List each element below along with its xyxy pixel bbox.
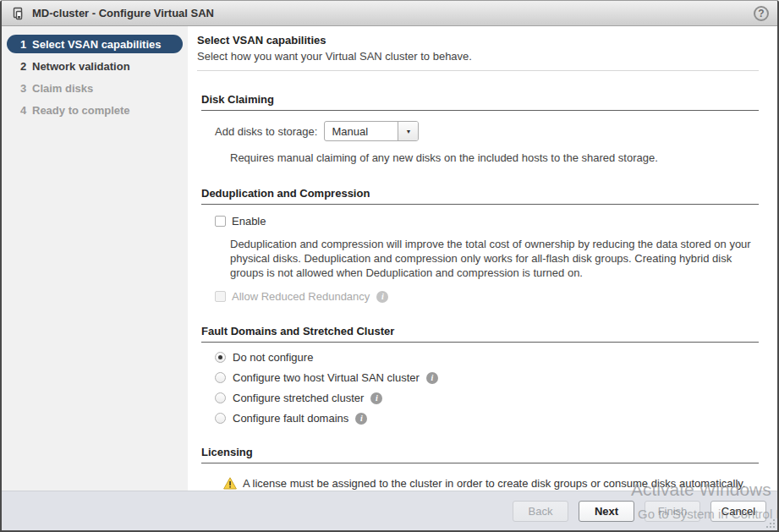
- warning-icon: [223, 477, 237, 490]
- configure-vsan-dialog: MD-cluster - Configure Virtual SAN ? 1 S…: [0, 0, 779, 532]
- info-icon[interactable]: i: [355, 413, 367, 425]
- wizard-steps-sidebar: 1 Select VSAN capabilities 2 Network val…: [2, 26, 188, 491]
- finish-button: Finish: [645, 501, 700, 522]
- chevron-down-icon[interactable]: ▼: [398, 122, 418, 140]
- enable-dedup-label: Enable: [232, 215, 266, 228]
- step-ready-to-complete: 4 Ready to complete: [7, 101, 183, 119]
- disk-claiming-section: Disk Claiming Add disks to storage: Manu…: [201, 93, 759, 165]
- allow-reduced-redundancy-checkbox: [215, 291, 226, 302]
- fault-domains-section: Fault Domains and Stretched Cluster Do n…: [201, 325, 759, 424]
- option-do-not-configure[interactable]: Do not configure: [215, 352, 759, 363]
- next-button[interactable]: Next: [579, 501, 634, 522]
- step-network-validation[interactable]: 2 Network validation: [7, 57, 183, 75]
- disk-claiming-heading: Disk Claiming: [201, 93, 759, 111]
- enable-dedup-checkbox[interactable]: [215, 216, 226, 227]
- step-label: Select VSAN capabilities: [32, 38, 161, 51]
- page-subtitle: Select how you want your Virtual SAN clu…: [197, 50, 759, 63]
- dedup-description: Deduplication and compression will impro…: [230, 237, 759, 280]
- step-number: 1: [20, 38, 32, 51]
- allow-reduced-redundancy-label: Allow Reduced Redundancy: [232, 290, 370, 303]
- dedup-section: Deduplication and Compression Enable Ded…: [201, 187, 759, 303]
- step-label: Network validation: [32, 60, 130, 73]
- option-label: Do not configure: [233, 351, 313, 364]
- header-divider: [197, 70, 759, 71]
- option-label: Configure stretched cluster: [233, 392, 364, 404]
- radio-icon[interactable]: [215, 352, 226, 363]
- dialog-title: MD-cluster - Configure Virtual SAN: [32, 7, 214, 19]
- radio-icon[interactable]: [215, 413, 226, 424]
- info-icon[interactable]: i: [370, 392, 382, 404]
- cluster-icon: [12, 7, 25, 20]
- dedup-heading: Deduplication and Compression: [201, 187, 759, 205]
- option-stretched-cluster[interactable]: Configure stretched cluster i: [215, 392, 759, 403]
- dialog-titlebar: MD-cluster - Configure Virtual SAN ?: [2, 1, 777, 26]
- licensing-section: Licensing A license must be assigned to …: [201, 446, 759, 490]
- info-icon[interactable]: i: [426, 372, 438, 384]
- back-button: Back: [513, 501, 568, 522]
- resize-grip-icon[interactable]: [765, 518, 776, 529]
- licensing-heading: Licensing: [201, 446, 759, 463]
- step-select-vsan-capabilities[interactable]: 1 Select VSAN capabilities: [7, 35, 183, 53]
- wizard-page-content: Select VSAN capabilities Select how you …: [188, 26, 777, 491]
- add-disks-mode-select[interactable]: Manual ▼: [324, 121, 419, 141]
- fault-domains-heading: Fault Domains and Stretched Cluster: [201, 325, 759, 343]
- cancel-button[interactable]: Cancel: [710, 501, 766, 522]
- step-number: 2: [20, 60, 32, 73]
- step-label: Claim disks: [32, 82, 93, 95]
- dialog-body: 1 Select VSAN capabilities 2 Network val…: [2, 26, 777, 491]
- radio-icon[interactable]: [215, 392, 226, 403]
- help-icon[interactable]: ?: [754, 6, 769, 21]
- info-icon: i: [376, 291, 388, 303]
- option-label: Configure fault domains: [233, 412, 348, 425]
- page-title: Select VSAN capabilities: [197, 34, 759, 47]
- option-two-host-cluster[interactable]: Configure two host Virtual SAN cluster i: [215, 372, 759, 383]
- disk-claiming-description: Requires manual claiming of any new disk…: [230, 151, 759, 165]
- radio-icon[interactable]: [215, 372, 226, 383]
- add-disks-label: Add disks to storage:: [215, 125, 317, 138]
- selected-mode: Manual: [325, 122, 398, 140]
- dialog-footer: Back Next Finish Cancel: [2, 491, 777, 530]
- step-claim-disks: 3 Claim disks: [7, 79, 183, 97]
- license-warning-text: A license must be assigned to the cluste…: [243, 477, 745, 490]
- step-number: 4: [20, 104, 32, 117]
- option-fault-domains[interactable]: Configure fault domains i: [215, 413, 759, 424]
- step-number: 3: [20, 82, 32, 95]
- option-label: Configure two host Virtual SAN cluster: [233, 371, 420, 384]
- step-label: Ready to complete: [32, 104, 130, 117]
